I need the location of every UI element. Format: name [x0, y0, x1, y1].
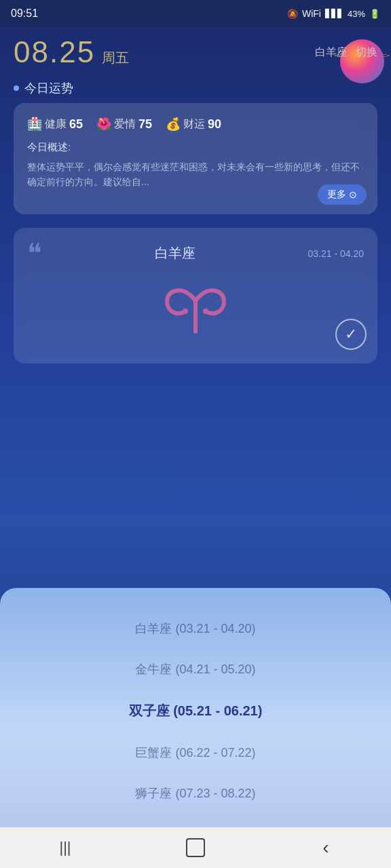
- love-value: 75: [138, 117, 152, 132]
- svg-point-1: [183, 309, 188, 314]
- zodiac-header: ❝ 白羊座 03.21 - 04.20: [27, 240, 364, 267]
- wealth-value: 90: [208, 117, 221, 132]
- check-button[interactable]: ✓: [335, 319, 367, 350]
- zodiac-symbol-container: [27, 267, 364, 349]
- fortune-summary-text: 整体运势平平，偶尔会感觉有些迷茫和困惑，对未来会有一些新的思考，但还不确定前行的…: [27, 159, 364, 190]
- date-left: 08.25 周五: [14, 35, 129, 69]
- nav-menu-icon: |||: [59, 839, 71, 856]
- picker-item-leo[interactable]: 狮子座 (07.23 - 08.22): [0, 773, 391, 814]
- nav-back-button[interactable]: ‹: [305, 834, 346, 861]
- zodiac-picker-sheet[interactable]: 白羊座 (03.21 - 04.20) 金牛座 (04.21 - 05.20) …: [0, 588, 391, 827]
- wealth-label: 财运: [183, 117, 205, 132]
- love-stat: 🌺 爱情 75: [96, 117, 152, 132]
- aries-symbol-svg: [162, 281, 229, 342]
- status-icons: 🔕 WiFi ▋▋▋ 43% 🔋: [287, 8, 380, 19]
- health-stat: 🏥 健康 65: [27, 117, 83, 132]
- weekday: 周五: [102, 49, 129, 67]
- health-label: 健康: [45, 117, 67, 132]
- svg-point-2: [203, 309, 208, 314]
- more-arrow-icon: ⊙: [349, 189, 357, 200]
- quote-icon: ❝: [27, 240, 42, 267]
- love-label: 爱情: [114, 117, 136, 132]
- section-title: 今日运势: [11, 80, 380, 103]
- date-number: 08.25: [14, 35, 95, 69]
- section-label: 今日运势: [24, 80, 73, 96]
- nav-home-icon: [186, 838, 205, 857]
- love-icon: 🌺: [96, 117, 111, 132]
- picker-item-taurus[interactable]: 金牛座 (04.21 - 05.20): [0, 649, 391, 690]
- fortune-card: 🏥 健康 65 🌺 爱情 75 💰 财运 90 今日概述: 整体运势平平，偶尔会…: [14, 103, 377, 214]
- nav-bar: ||| ‹: [0, 827, 391, 868]
- mute-icon: 🔕: [287, 9, 298, 19]
- checkmark-icon: ✓: [345, 326, 357, 343]
- wealth-stat: 💰 财运 90: [166, 117, 221, 132]
- date-right: 白羊座 切换: [315, 45, 377, 60]
- status-bar: 09:51 🔕 WiFi ▋▋▋ 43% 🔋: [0, 0, 391, 27]
- battery-icon: 🔋: [369, 9, 380, 19]
- wealth-icon: 💰: [166, 117, 181, 132]
- fortune-summary-title: 今日概述:: [27, 141, 364, 154]
- zodiac-section: ❝ 白羊座 03.21 - 04.20 ✓: [11, 228, 380, 363]
- picker-item-cancer[interactable]: 巨蟹座 (06.22 - 07.22): [0, 732, 391, 773]
- nav-menu-button[interactable]: |||: [45, 834, 86, 861]
- fortune-stats: 🏥 健康 65 🌺 爱情 75 💰 财运 90: [27, 117, 364, 132]
- picker-item-aries[interactable]: 白羊座 (03.21 - 04.20): [0, 608, 391, 649]
- nav-home-button[interactable]: [175, 834, 216, 861]
- card-spacer: [27, 190, 364, 203]
- health-value: 65: [69, 117, 83, 132]
- zodiac-card: ❝ 白羊座 03.21 - 04.20: [14, 228, 377, 363]
- wifi-icon: WiFi: [302, 8, 321, 19]
- section-dot: [14, 85, 19, 91]
- health-icon: 🏥: [27, 117, 42, 132]
- nav-back-icon: ‹: [322, 837, 329, 859]
- date-header: 08.25 周五 白羊座 切换: [0, 27, 391, 80]
- picker-item-gemini[interactable]: 双子座 (05.21 - 06.21): [0, 690, 391, 732]
- battery-text: 43%: [348, 9, 365, 19]
- signal-icon: ▋▋▋: [325, 9, 343, 18]
- more-button[interactable]: 更多 ⊙: [318, 184, 367, 205]
- more-label: 更多: [327, 189, 346, 201]
- header-zodiac: 白羊座: [315, 45, 348, 60]
- status-time: 09:51: [11, 7, 38, 20]
- switch-button[interactable]: 切换: [356, 45, 377, 60]
- zodiac-card-name: 白羊座: [155, 244, 196, 262]
- main-content: 今日运势 🏥 健康 65 🌺 爱情 75 💰 财运 90 今日概述: 整体运势: [0, 80, 391, 363]
- zodiac-date-range: 03.21 - 04.20: [308, 248, 364, 259]
